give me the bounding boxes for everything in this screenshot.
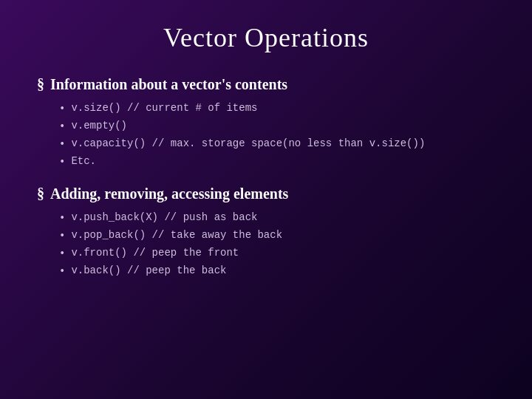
list-item: Etc. bbox=[59, 154, 495, 170]
section-1-header: § Information about a vector's contents bbox=[37, 75, 495, 93]
slide: Vector Operations § Information about a … bbox=[0, 0, 532, 399]
list-item: v.pop_back() // take away the back bbox=[59, 228, 495, 244]
list-item: v.size() // current # of items bbox=[59, 100, 495, 117]
list-item: v.back() // peep the back bbox=[59, 263, 495, 279]
list-item: v.capacity() // max. storage space(no le… bbox=[59, 136, 495, 152]
section-1-list: v.size() // current # of items v.empty()… bbox=[37, 100, 495, 170]
section-2: § Adding, removing, accessing elements v… bbox=[37, 185, 495, 279]
section-2-list: v.push_back(X) // push as back v.pop_bac… bbox=[37, 210, 495, 279]
list-item: v.front() // peep the front bbox=[59, 245, 495, 262]
section-2-header: § Adding, removing, accessing elements bbox=[37, 185, 495, 202]
section-2-bullet: § bbox=[37, 185, 44, 202]
section-1-bullet: § bbox=[37, 75, 44, 93]
list-item: v.push_back(X) // push as back bbox=[59, 210, 495, 226]
section-1-title: Information about a vector's contents bbox=[50, 75, 287, 93]
slide-title: Vector Operations bbox=[37, 22, 495, 53]
list-item: v.empty() bbox=[59, 118, 495, 134]
section-2-title: Adding, removing, accessing elements bbox=[50, 185, 288, 202]
section-1: § Information about a vector's contents … bbox=[37, 75, 495, 170]
